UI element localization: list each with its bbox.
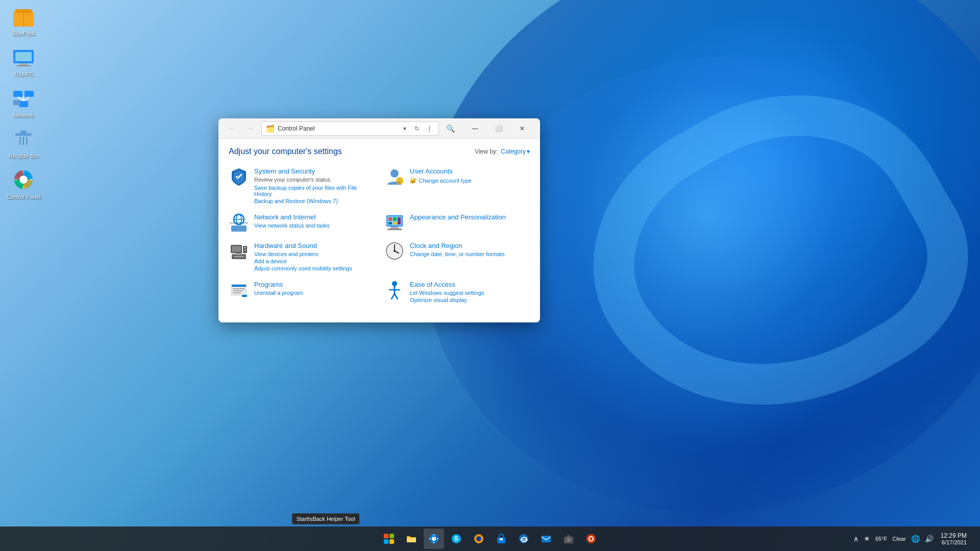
file-explorer-button[interactable] xyxy=(401,529,422,549)
start-button[interactable] xyxy=(379,529,399,549)
svg-point-87 xyxy=(568,539,570,541)
svg-rect-38 xyxy=(393,217,397,221)
hardware-title[interactable]: Hardware and Sound xyxy=(254,242,317,249)
mail-button[interactable] xyxy=(536,529,556,549)
svg-rect-5 xyxy=(19,63,28,65)
edge-button[interactable] xyxy=(513,529,534,549)
programs-link[interactable]: Uninstall a program xyxy=(254,290,374,296)
search-button[interactable]: 🔍 xyxy=(445,123,455,134)
svg-rect-35 xyxy=(390,227,399,229)
svg-rect-37 xyxy=(388,217,392,221)
svg-point-71 xyxy=(432,537,436,541)
cp-section-network: Network and Internet View network status… xyxy=(229,212,374,233)
desktop-icon-network[interactable]: Network xyxy=(3,84,44,121)
close-button[interactable]: ✕ xyxy=(510,118,534,139)
volume-tray-icon[interactable]: 🔊 xyxy=(924,534,935,544)
cp-viewby-label: View by: xyxy=(475,148,498,155)
ease-of-access-icon xyxy=(384,280,405,300)
svg-point-20 xyxy=(19,176,28,184)
address-dropdown-button[interactable]: ▾ xyxy=(400,123,410,134)
address-bar-text: Control Panel xyxy=(278,125,397,132)
svg-rect-58 xyxy=(233,290,243,291)
appearance-title[interactable]: Appearance and Personalization xyxy=(410,213,506,221)
cp-section-user-accounts: 🔐 User Accounts 🔐 Change account type xyxy=(384,166,530,204)
clock-link[interactable]: Change date, time, or number formats xyxy=(410,251,530,257)
network-title[interactable]: Network and Internet xyxy=(254,213,316,221)
user-accounts-link[interactable]: 🔐 Change account type xyxy=(410,177,530,184)
svg-point-25 xyxy=(390,169,399,178)
svg-rect-75 xyxy=(437,538,438,539)
hardware-link3[interactable]: Adjust commonly used mobility settings xyxy=(254,265,374,271)
ease-link2[interactable]: Optimize visual display xyxy=(410,297,530,303)
system-security-link2[interactable]: Backup and Restore (Windows 7) xyxy=(254,198,374,204)
desktop-icon-recycle-bin[interactable]: Recycle Bin xyxy=(3,124,44,162)
network-link[interactable]: View network status and tasks xyxy=(254,222,374,229)
window-controls: — ⬜ ✕ xyxy=(463,118,534,139)
cp-section-programs: Programs Uninstall a program xyxy=(229,280,374,303)
svg-rect-41 xyxy=(398,217,401,224)
address-refresh-button[interactable]: ↻ xyxy=(412,123,422,134)
svg-rect-15 xyxy=(20,131,27,133)
system-security-title[interactable]: System and Security xyxy=(254,167,315,175)
svg-rect-48 xyxy=(234,256,244,257)
tray-expand-button[interactable]: ∧ xyxy=(852,534,860,544)
window-titlebar: ← → 🗂️ Control Panel ▾ ↻ | 🔍 — ⬜ ✕ xyxy=(218,118,540,139)
hardware-link1[interactable]: View devices and printers xyxy=(254,251,374,257)
svg-point-79 xyxy=(476,536,481,541)
network-label: Network xyxy=(13,112,34,119)
tooltip-text: StartIsBack Helper Tool xyxy=(297,516,355,522)
ease-link1[interactable]: Let Windows suggest settings xyxy=(410,290,530,296)
svg-rect-40 xyxy=(393,222,397,224)
system-security-link1[interactable]: Save backup copies of your files with Fi… xyxy=(254,185,374,197)
taskbar-clock[interactable]: 12:29 PM 6/17/2021 xyxy=(938,531,970,546)
control-panel-taskbar-button[interactable] xyxy=(424,529,444,549)
svg-rect-66 xyxy=(384,534,388,538)
svg-rect-13 xyxy=(13,100,20,105)
svg-rect-72 xyxy=(433,534,434,536)
cp-clock-content: Clock and Region Change date, time, or n… xyxy=(410,241,530,257)
office-button[interactable]: O xyxy=(581,529,601,549)
svg-rect-6 xyxy=(16,65,31,66)
skype-button[interactable]: S xyxy=(446,529,467,549)
svg-text:O: O xyxy=(589,535,594,543)
svg-rect-46 xyxy=(244,249,246,251)
network-tray-icon[interactable]: 🌐 xyxy=(910,534,921,544)
desktop-icon-skinpack[interactable]: SkinPack xyxy=(3,2,44,39)
address-bar[interactable]: 🗂️ Control Panel ▾ ↻ | xyxy=(261,121,439,136)
cp-section-hardware: Hardware and Sound View devices and prin… xyxy=(229,241,374,271)
clock-time: 12:29 PM xyxy=(941,532,967,539)
clock-title[interactable]: Clock and Region xyxy=(410,242,462,249)
ms-store-button[interactable] xyxy=(491,529,511,549)
ease-title[interactable]: Ease of Access xyxy=(410,281,455,288)
weather-condition: Clear xyxy=(891,535,906,543)
minimize-button[interactable]: — xyxy=(463,118,487,139)
desktop-icon-control-panel[interactable]: Control Panel xyxy=(3,165,44,203)
svg-rect-59 xyxy=(233,292,241,293)
firefox-button[interactable] xyxy=(469,529,489,549)
svg-line-64 xyxy=(391,294,395,299)
address-bar-actions: ▾ ↻ | xyxy=(400,123,434,134)
address-cursor: | xyxy=(424,123,434,134)
control-panel-content: Adjust your computer's settings View by:… xyxy=(218,139,540,322)
svg-text:🔐: 🔐 xyxy=(397,178,403,184)
camera-button[interactable] xyxy=(558,529,579,549)
this-pc-icon xyxy=(11,45,36,69)
desktop-icon-this-pc[interactable]: This PC xyxy=(3,43,44,80)
svg-text:S: S xyxy=(454,535,458,542)
cp-viewby-chevron: ▾ xyxy=(527,148,530,155)
cp-section-system-security: System and Security Review your computer… xyxy=(229,166,374,204)
programs-title[interactable]: Programs xyxy=(254,281,283,288)
maximize-button[interactable]: ⬜ xyxy=(487,118,510,139)
cp-viewby-dropdown[interactable]: Category ▾ xyxy=(501,148,530,155)
hardware-link2[interactable]: Add a device xyxy=(254,258,374,264)
nav-forward-button[interactable]: → xyxy=(243,121,257,136)
skinpack-icon xyxy=(11,4,36,29)
show-desktop-button[interactable] xyxy=(973,529,976,549)
svg-rect-69 xyxy=(389,539,394,544)
user-accounts-title[interactable]: User Accounts xyxy=(410,167,453,175)
cp-ease-content: Ease of Access Let Windows suggest setti… xyxy=(410,280,530,303)
nav-back-button[interactable]: ← xyxy=(225,121,239,136)
weather-temp: 65°F xyxy=(874,535,888,543)
cp-system-security-content: System and Security Review your computer… xyxy=(254,166,374,204)
svg-rect-45 xyxy=(244,247,246,248)
